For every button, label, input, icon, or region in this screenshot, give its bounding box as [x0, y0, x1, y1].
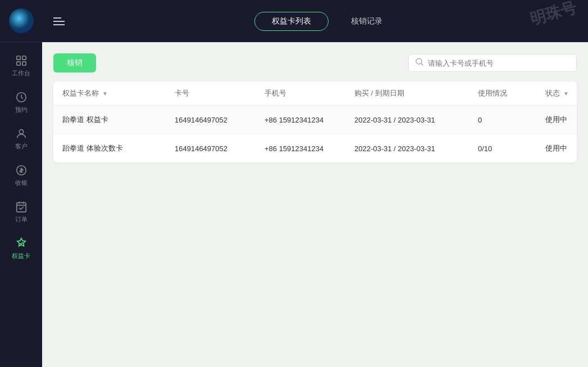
- app-logo: [0, 0, 42, 42]
- menu-icon: [53, 16, 66, 26]
- sort-icon-status: ▼: [563, 90, 569, 97]
- sidebar-item-customer[interactable]: 客户: [0, 121, 42, 157]
- svg-line-16: [421, 64, 423, 65]
- tab-card-list[interactable]: 权益卡列表: [254, 12, 329, 31]
- cell-status-1: 使用中: [545, 143, 577, 153]
- search-box: [408, 54, 577, 72]
- cell-phone-0: +86 15912341234: [265, 116, 354, 124]
- sidebar-label-workbench: 工作台: [12, 69, 30, 78]
- search-icon: [416, 58, 423, 68]
- svg-rect-2: [16, 62, 20, 65]
- logo-circle: [9, 8, 34, 33]
- sidebar-item-card[interactable]: 权益卡: [0, 230, 42, 267]
- grid-icon: [15, 55, 28, 67]
- sidebar-label-card: 权益卡: [12, 252, 30, 260]
- cell-date-0: 2022-03-31 / 2023-03-31: [354, 116, 478, 124]
- page-content: 核销 权益卡名称 ▼ 卡号: [42, 42, 588, 367]
- search-input[interactable]: [428, 59, 569, 67]
- main-content: 权益卡列表 核销记录 明珠号 核销 权益卡: [42, 0, 588, 367]
- clock-icon: [15, 91, 28, 103]
- card-icon: [15, 237, 28, 250]
- cell-card-name-0: 跆拳道 权益卡: [62, 115, 175, 125]
- col-header-card-name: 权益卡名称 ▼: [62, 88, 175, 98]
- coin-icon: [15, 164, 28, 176]
- col-header-phone: 手机号: [265, 88, 354, 98]
- sidebar-item-appointment[interactable]: 预约: [0, 84, 42, 121]
- svg-rect-0: [16, 56, 20, 60]
- cell-phone-1: +86 15912341234: [265, 144, 354, 153]
- cell-status-0: 使用中: [545, 115, 577, 125]
- svg-rect-7: [16, 203, 26, 212]
- col-header-card-no: 卡号: [175, 88, 265, 98]
- toolbar: 核销: [53, 53, 577, 73]
- table-row: 跆拳道 体验次数卡 1649146497052 +86 15912341234 …: [53, 134, 577, 162]
- cancel-button[interactable]: 核销: [53, 53, 96, 73]
- sidebar-item-cashier[interactable]: 收银: [0, 157, 42, 194]
- cell-usage-1: 0/10: [478, 144, 545, 153]
- sidebar-label-order: 订单: [15, 215, 28, 224]
- cell-date-1: 2022-03-31 / 2023-03-31: [354, 144, 478, 153]
- cell-card-no-1: 1649146497052: [175, 144, 265, 153]
- data-table: 权益卡名称 ▼ 卡号 手机号 购买 / 到期日期 使用情况 状态 ▼: [53, 81, 577, 162]
- svg-rect-3: [22, 62, 25, 65]
- sidebar-label-appointment: 预约: [15, 106, 28, 114]
- cell-usage-0: 0: [478, 116, 545, 124]
- topbar-tabs: 权益卡列表 核销记录: [77, 12, 577, 31]
- cell-card-no-0: 1649146497052: [175, 116, 265, 124]
- sidebar-item-workbench[interactable]: 工作台: [0, 48, 42, 84]
- sidebar-nav: 工作台 预约 客户 收银: [0, 42, 42, 367]
- cell-card-name-1: 跆拳道 体验次数卡: [62, 143, 175, 153]
- sort-icon-name: ▼: [102, 90, 108, 97]
- svg-point-5: [19, 130, 23, 134]
- menu-toggle-button[interactable]: [53, 16, 66, 26]
- user-icon: [15, 128, 28, 140]
- svg-rect-1: [22, 56, 25, 60]
- col-header-date: 购买 / 到期日期: [354, 88, 478, 98]
- col-header-status: 状态 ▼: [545, 88, 577, 98]
- table-row: 跆拳道 权益卡 1649146497052 +86 15912341234 20…: [53, 106, 577, 134]
- tab-cancel-record[interactable]: 核销记录: [334, 12, 399, 31]
- sidebar-label-customer: 客户: [15, 142, 28, 151]
- table-header: 权益卡名称 ▼ 卡号 手机号 购买 / 到期日期 使用情况 状态 ▼: [53, 81, 577, 106]
- sidebar: 工作台 预约 客户 收银: [0, 0, 42, 367]
- col-header-usage: 使用情况: [478, 88, 545, 98]
- topbar: 权益卡列表 核销记录 明珠号: [42, 0, 588, 42]
- sidebar-label-cashier: 收银: [15, 179, 28, 187]
- sidebar-item-order[interactable]: 订单: [0, 194, 42, 230]
- calendar-check-icon: [15, 201, 28, 213]
